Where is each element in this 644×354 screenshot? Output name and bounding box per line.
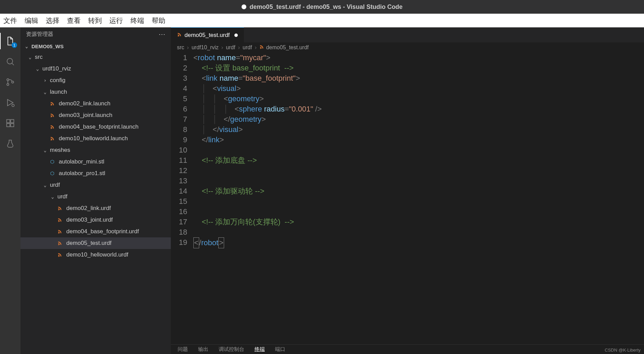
rss-icon [50, 136, 56, 141]
tree-label: config [50, 77, 65, 84]
svg-rect-9 [11, 120, 14, 123]
stl-icon [50, 171, 56, 176]
code-line[interactable]: </robot> [193, 237, 644, 248]
line-number: 11 [171, 155, 187, 166]
tree-folder[interactable]: ›config [20, 75, 171, 86]
code-line[interactable]: <link name="base_footprint"> [193, 73, 644, 83]
explorer-icon[interactable]: 1 [2, 33, 18, 49]
breadcrumbs[interactable]: src›urdf10_rviz›urdf›urdf›demo05_test.ur… [171, 42, 644, 53]
code-line[interactable]: </link> [193, 135, 644, 145]
code-line[interactable]: <!-- 设置 base_footprint --> [193, 63, 644, 73]
code-line[interactable] [193, 207, 644, 217]
breadcrumb-item[interactable]: urdf [226, 44, 235, 51]
svg-point-4 [12, 81, 14, 83]
tree-file[interactable]: demo03_joint.launch [20, 109, 171, 121]
breadcrumb-separator-icon: › [238, 44, 240, 51]
menu-item[interactable]: 选择 [46, 16, 59, 25]
tree-file[interactable]: autolabor_mini.stl [20, 156, 171, 168]
menu-item[interactable]: 编辑 [25, 16, 38, 25]
code-line[interactable]: │ </visual> [193, 124, 644, 135]
source-control-icon[interactable] [2, 74, 18, 90]
svg-line-1 [12, 63, 14, 65]
tree-label: demo04_base_footprint.launch [59, 123, 138, 130]
tree-file[interactable]: demo05_test.urdf [20, 237, 171, 249]
line-number: 18 [171, 227, 187, 237]
code-line[interactable] [193, 166, 644, 176]
menu-item[interactable]: 查看 [67, 16, 81, 25]
tree-label: autolabor_mini.stl [59, 158, 104, 165]
stl-icon [50, 159, 56, 164]
editor-tab[interactable]: demo05_test.urdf [171, 27, 244, 42]
tree-file[interactable]: demo04_base_footprint.launch [20, 121, 171, 133]
tree-file[interactable]: demo03_joint.urdf [20, 214, 171, 226]
tree-label: src [35, 54, 43, 61]
breadcrumb-separator-icon: › [187, 44, 189, 51]
project-title-row[interactable]: ⌄ DEMO05_WS [20, 41, 171, 51]
svg-point-5 [12, 104, 14, 107]
run-debug-icon[interactable] [2, 94, 18, 111]
rss-icon [57, 218, 64, 222]
code-line[interactable] [193, 176, 644, 186]
code-line[interactable]: │ │ </geometry> [193, 114, 644, 124]
tree-folder[interactable]: ⌄urdf [20, 191, 171, 202]
code-line[interactable]: <!-- 添加驱动轮 --> [193, 186, 644, 196]
code-line[interactable]: <!-- 添加底盘 --> [193, 155, 644, 166]
sidebar: 资源管理器 ⋯ ⌄ DEMO05_WS ⌄src⌄urdf10_rviz›con… [20, 27, 171, 354]
line-number: 2 [171, 63, 187, 73]
code-line[interactable] [193, 145, 644, 155]
panel-tab[interactable]: 终端 [255, 346, 265, 353]
menu-item[interactable]: 帮助 [152, 16, 165, 25]
chevron-down-icon: ⌄ [50, 194, 55, 199]
tree-file[interactable]: demo02_link.launch [20, 98, 171, 109]
code-line[interactable]: │ <visual> [193, 83, 644, 94]
svg-point-2 [7, 79, 9, 81]
code-line[interactable]: <robot name="mycar"> [193, 53, 644, 63]
panel-tab[interactable]: 调试控制台 [219, 346, 244, 353]
tree-folder[interactable]: ⌄launch [20, 86, 171, 98]
tree-file[interactable]: demo10_helloworld.launch [20, 133, 171, 144]
menu-item[interactable]: 运行 [109, 16, 123, 25]
sidebar-more-icon[interactable]: ⋯ [159, 30, 165, 38]
tree-file[interactable]: demo04_base_footprint.urdf [20, 226, 171, 237]
line-number: 4 [171, 83, 187, 94]
tree-folder[interactable]: ⌄urdf10_rviz [20, 63, 171, 75]
line-number: 8 [171, 124, 187, 135]
rss-icon [177, 32, 182, 39]
testing-icon[interactable] [2, 135, 18, 152]
extensions-icon[interactable] [2, 115, 18, 131]
code-line[interactable]: │ │ │ <sphere radius="0.001" /> [193, 104, 644, 114]
tree-folder[interactable]: ⌄src [20, 51, 171, 63]
tree-file[interactable]: demo02_link.urdf [20, 202, 171, 214]
menu-item[interactable]: 终端 [131, 16, 144, 25]
code-content[interactable]: <robot name="mycar"> <!-- 设置 base_footpr… [193, 53, 644, 354]
breadcrumb-item[interactable]: urdf [243, 44, 252, 51]
chevron-down-icon: ⌄ [42, 147, 48, 153]
tree-file[interactable]: autolabor_pro1.stl [20, 168, 171, 179]
chevron-down-icon: ⌄ [24, 43, 29, 49]
breadcrumb-item[interactable]: src [177, 44, 184, 51]
line-number: 5 [171, 94, 187, 104]
line-number: 1 [171, 53, 187, 63]
code-line[interactable]: │ │ <geometry> [193, 94, 644, 104]
tree-folder[interactable]: ⌄urdf [20, 179, 171, 191]
tab-dirty-icon [234, 34, 238, 37]
menu-item[interactable]: 文件 [3, 16, 17, 25]
panel-tab[interactable]: 端口 [275, 346, 285, 353]
code-line[interactable]: <!-- 添加万向轮(支撑轮) --> [193, 217, 644, 227]
svg-rect-7 [7, 123, 10, 127]
rss-icon [57, 252, 64, 257]
tree-folder[interactable]: ⌄meshes [20, 144, 171, 156]
breadcrumb-item[interactable]: urdf10_rviz [192, 44, 219, 51]
tree-file[interactable]: demo10_helloworld.urdf [20, 249, 171, 261]
chevron-down-icon: ⌄ [35, 66, 40, 71]
line-number: 3 [171, 73, 187, 83]
menu-item[interactable]: 转到 [88, 16, 102, 25]
search-icon[interactable] [2, 53, 18, 70]
panel-tab[interactable]: 问题 [178, 346, 188, 353]
code-area[interactable]: 12345678910111213141516171819 <robot nam… [171, 53, 644, 354]
code-line[interactable] [193, 227, 644, 237]
panel-tab[interactable]: 输出 [198, 346, 208, 353]
breadcrumb-item[interactable]: demo05_test.urdf [266, 44, 309, 51]
code-line[interactable] [193, 196, 644, 207]
line-number: 19 [171, 237, 187, 248]
